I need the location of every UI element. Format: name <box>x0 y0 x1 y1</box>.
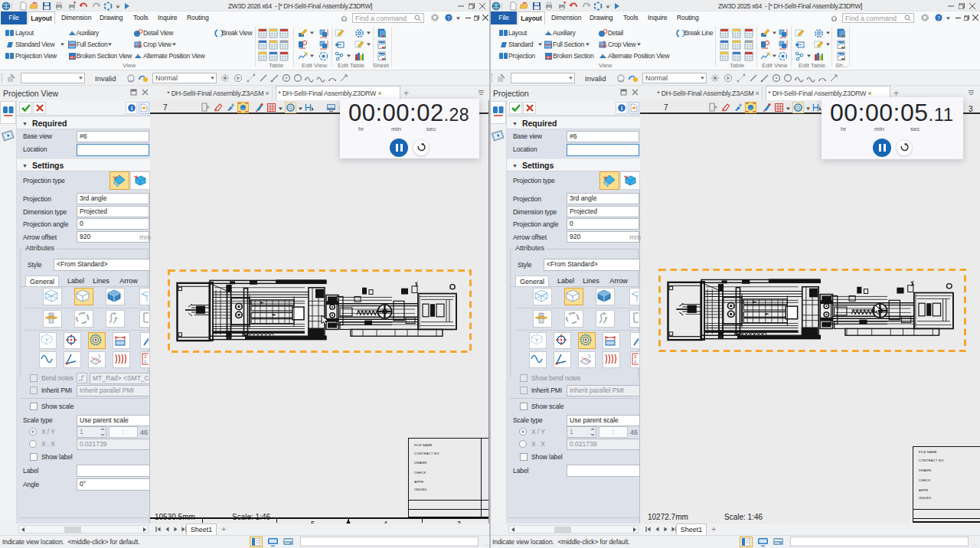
svg-text:?: ? <box>937 15 940 21</box>
svg-text:?: ? <box>447 15 450 21</box>
